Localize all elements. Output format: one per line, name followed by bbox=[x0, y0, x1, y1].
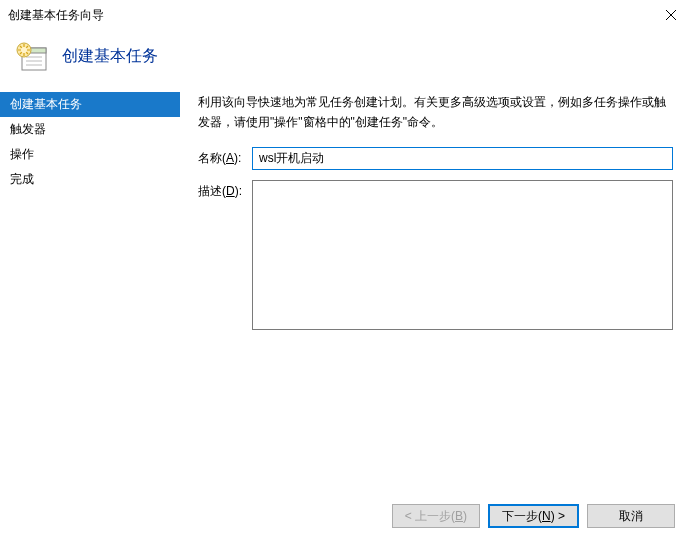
window-title: 创建基本任务向导 bbox=[8, 7, 104, 24]
name-row: 名称(A): bbox=[198, 147, 673, 170]
description-label: 描述(D): bbox=[198, 180, 252, 200]
task-wizard-icon bbox=[16, 40, 48, 72]
name-input[interactable] bbox=[252, 147, 673, 170]
svg-point-6 bbox=[21, 47, 27, 53]
sidebar-item-label: 操作 bbox=[10, 147, 34, 161]
main-panel: 利用该向导快速地为常见任务创建计划。有关更多高级选项或设置，例如多任务操作或触发… bbox=[180, 92, 693, 492]
sidebar-item-label: 触发器 bbox=[10, 122, 46, 136]
intro-text: 利用该向导快速地为常见任务创建计划。有关更多高级选项或设置，例如多任务操作或触发… bbox=[198, 92, 673, 133]
page-title: 创建基本任务 bbox=[62, 46, 158, 67]
sidebar-item-create-basic-task[interactable]: 创建基本任务 bbox=[0, 92, 180, 117]
wizard-content: 创建基本任务 触发器 操作 完成 利用该向导快速地为常见任务创建计划。有关更多高… bbox=[0, 92, 693, 492]
close-icon bbox=[666, 10, 676, 20]
wizard-footer: < 上一步(B) 下一步(N) > 取消 bbox=[392, 504, 675, 528]
back-button: < 上一步(B) bbox=[392, 504, 480, 528]
sidebar-item-trigger[interactable]: 触发器 bbox=[0, 117, 180, 142]
sidebar-item-label: 创建基本任务 bbox=[10, 97, 82, 111]
next-button[interactable]: 下一步(N) > bbox=[488, 504, 579, 528]
description-input[interactable] bbox=[252, 180, 673, 330]
close-button[interactable] bbox=[648, 0, 693, 30]
titlebar: 创建基本任务向导 bbox=[0, 0, 693, 30]
sidebar-item-label: 完成 bbox=[10, 172, 34, 186]
sidebar-item-finish[interactable]: 完成 bbox=[0, 167, 180, 192]
sidebar-item-action[interactable]: 操作 bbox=[0, 142, 180, 167]
name-label: 名称(A): bbox=[198, 147, 252, 167]
wizard-header: 创建基本任务 bbox=[0, 30, 693, 92]
sidebar: 创建基本任务 触发器 操作 完成 bbox=[0, 92, 180, 492]
description-row: 描述(D): bbox=[198, 180, 673, 330]
cancel-button[interactable]: 取消 bbox=[587, 504, 675, 528]
